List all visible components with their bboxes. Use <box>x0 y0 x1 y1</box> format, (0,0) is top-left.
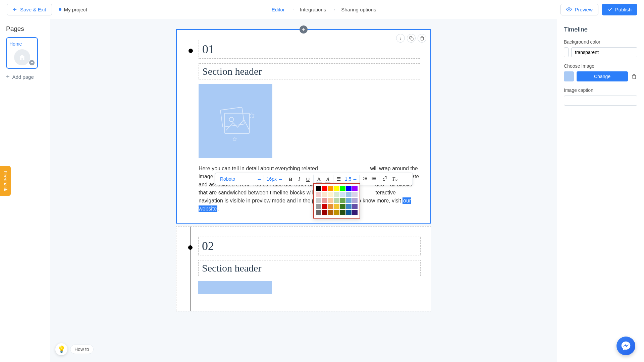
pages-title: Pages <box>6 25 44 33</box>
color-swatch[interactable] <box>352 192 358 197</box>
save-exit-button[interactable]: Save & Exit <box>7 4 52 15</box>
delete-image-button[interactable] <box>631 71 637 81</box>
check-icon <box>607 7 612 12</box>
font-size-select[interactable]: 16px ◂▸ <box>267 176 282 182</box>
timeline-body-field[interactable]: Here you can tell in detail about everyt… <box>199 165 420 213</box>
color-swatch[interactable] <box>352 198 358 203</box>
svg-rect-4 <box>220 107 244 127</box>
link-icon <box>382 176 387 181</box>
color-swatch[interactable] <box>322 192 327 197</box>
svg-point-13 <box>372 180 372 180</box>
color-swatch[interactable] <box>316 186 321 191</box>
font-family-select[interactable]: Roboto ◂▸ <box>220 176 261 182</box>
highlight-color-button[interactable]: A <box>325 176 330 182</box>
color-swatch[interactable] <box>316 192 321 197</box>
nav-editor[interactable]: Editor <box>272 7 285 12</box>
color-swatch[interactable] <box>346 210 352 215</box>
svg-point-3 <box>229 117 233 122</box>
color-swatch[interactable] <box>346 186 352 191</box>
align-button[interactable]: ☰ <box>336 176 341 182</box>
page-options-icon[interactable]: ••• <box>29 60 35 65</box>
change-image-button[interactable]: Change <box>577 71 628 81</box>
page-thumb-home[interactable]: Home ••• <box>6 37 38 69</box>
nav-integrations[interactable]: Integrations <box>300 7 326 12</box>
timeline-date-field[interactable]: 01 <box>199 40 420 59</box>
properties-title: Timeline <box>564 26 637 33</box>
color-swatch[interactable] <box>316 198 321 203</box>
color-swatch[interactable] <box>340 204 345 209</box>
preview-label: Preview <box>575 7 592 12</box>
how-to-widget[interactable]: 💡 How to <box>55 343 94 355</box>
color-swatch[interactable] <box>334 204 339 209</box>
color-swatch[interactable] <box>352 210 358 215</box>
color-swatch[interactable] <box>316 204 321 209</box>
color-swatch[interactable] <box>346 198 352 203</box>
bg-color-swatch[interactable] <box>564 47 569 57</box>
arrow-left-icon <box>12 7 17 12</box>
messenger-button[interactable] <box>616 337 635 355</box>
messenger-icon <box>621 341 631 351</box>
home-icon <box>14 49 30 65</box>
color-swatch[interactable] <box>322 210 327 215</box>
color-swatch[interactable] <box>340 186 345 191</box>
timeline-date-field[interactable]: 02 <box>198 237 421 255</box>
color-swatch[interactable] <box>352 204 358 209</box>
color-swatch[interactable] <box>328 192 333 197</box>
add-page-label: Add page <box>12 74 34 80</box>
timeline-image[interactable] <box>198 281 272 294</box>
project-name[interactable]: My project <box>59 7 87 12</box>
svg-point-0 <box>569 9 570 10</box>
image-caption-label: Image caption <box>564 87 637 93</box>
color-swatch[interactable] <box>322 186 327 191</box>
color-swatch[interactable] <box>340 198 345 203</box>
ul-icon <box>371 176 376 181</box>
color-swatch[interactable] <box>328 210 333 215</box>
italic-button[interactable]: I <box>297 176 302 182</box>
color-swatch[interactable] <box>340 210 345 215</box>
preview-button[interactable]: Preview <box>560 4 598 15</box>
timeline-header-field[interactable]: Section header <box>199 63 420 79</box>
timeline-block-1[interactable]: + ↓ 01 Section header <box>176 29 431 224</box>
bg-color-input[interactable] <box>571 47 637 57</box>
underline-button[interactable]: U <box>305 176 311 182</box>
publish-button[interactable]: Publish <box>602 4 637 15</box>
color-swatch[interactable] <box>334 210 339 215</box>
color-swatch[interactable] <box>316 210 321 215</box>
svg-point-12 <box>372 178 372 179</box>
color-swatch[interactable] <box>340 192 345 197</box>
color-swatch[interactable] <box>328 204 333 209</box>
color-swatch[interactable] <box>346 204 352 209</box>
color-swatch[interactable] <box>334 186 339 191</box>
properties-sidebar: Timeline Background color Choose Image C… <box>557 19 644 362</box>
color-swatch[interactable] <box>322 204 327 209</box>
plus-icon: + <box>6 73 10 80</box>
color-swatch[interactable] <box>322 198 327 203</box>
image-thumb[interactable] <box>564 71 574 81</box>
color-swatch[interactable] <box>334 198 339 203</box>
image-caption-input[interactable] <box>564 96 637 106</box>
color-swatch[interactable] <box>352 186 358 191</box>
color-swatch[interactable] <box>328 198 333 203</box>
unsaved-dot-icon <box>59 8 61 11</box>
how-to-label: How to <box>70 345 94 354</box>
placeholder-image-icon <box>214 99 257 143</box>
bold-button[interactable]: B <box>288 176 293 182</box>
page-thumb-label: Home <box>9 41 35 47</box>
color-swatch[interactable] <box>346 192 352 197</box>
timeline-image[interactable] <box>199 84 272 158</box>
link-button[interactable] <box>382 176 387 182</box>
add-page-button[interactable]: + Add page <box>6 73 44 80</box>
nav-sharing[interactable]: Sharing options <box>341 7 376 12</box>
canvas[interactable]: + ↓ 01 Section header <box>50 19 557 362</box>
project-name-label: My project <box>64 7 87 12</box>
text-color-button[interactable]: A <box>316 176 322 182</box>
feedback-tab[interactable]: Feedback <box>0 166 11 196</box>
color-swatch[interactable] <box>328 186 333 191</box>
clear-format-button[interactable]: T✕ <box>391 176 396 182</box>
line-height-select[interactable]: 1.5 ◂▸ <box>345 176 357 182</box>
timeline-header-field[interactable]: Section header <box>198 260 421 276</box>
ordered-list-button[interactable] <box>362 176 368 182</box>
color-swatch[interactable] <box>334 192 339 197</box>
unordered-list-button[interactable] <box>371 176 376 182</box>
timeline-block-2[interactable]: 02 Section header <box>176 226 431 311</box>
